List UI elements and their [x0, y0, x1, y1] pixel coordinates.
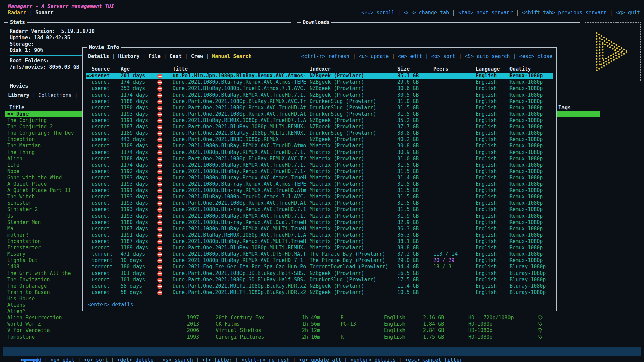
cell-title: Dune.2021.1080p.Blu-ray.Remux.AVC.Atmos-…	[173, 79, 310, 85]
movie-table-row[interactable]: 1993Cinergi Pictures2h 10mREnglish1.75 G…	[4, 334, 640, 340]
cell-language: English	[476, 168, 509, 175]
cell-size: 31.5 GB	[397, 181, 433, 187]
search-result-row[interactable]: usenet1189 daysDune.Part.One.2021.BluRay…	[86, 245, 553, 251]
search-result-row[interactable]: usenet1191 daysDune.2021.BluRay.REMUX.10…	[86, 117, 553, 124]
search-result-row[interactable]: usenet101 daysDune.Part.One.2021.1080p.3…	[86, 277, 553, 283]
cell-size: 36.3 GB	[397, 232, 433, 238]
search-result-row[interactable]: torrent471 daysDune.2021.1080p.BluRay.RE…	[86, 251, 553, 257]
cell-source: usenet	[92, 219, 121, 226]
search-result-row[interactable]: usenet1187 daysDune.2021.1080p.BluRay.RE…	[86, 226, 553, 232]
tab-history[interactable]: History	[118, 53, 139, 59]
search-result-row[interactable]: usenet1188 daysDune.Part.One.2021.1080p.…	[86, 98, 553, 105]
cell-studio: GK Films	[216, 321, 240, 327]
modal-footer-rule	[83, 299, 556, 299]
tab-file[interactable]: File	[149, 53, 161, 59]
search-result-row[interactable]: usenet1189 daysDune.Part.One.2021.BluRay…	[86, 130, 553, 136]
rejected-icon	[157, 169, 162, 174]
search-result-row[interactable]: usenet174 daysDune.2021.1080p.Blu-ray.Re…	[86, 79, 553, 85]
cell-indexer: The Pirate Bay (Prowlarr)	[310, 257, 397, 264]
tab-cast[interactable]: Cast	[170, 53, 182, 59]
cell-indexer: Miatrix (Prowlarr)	[310, 181, 397, 187]
modal-tabs-rule	[83, 62, 556, 62]
rejected-icon	[157, 252, 162, 257]
keybind-hint: <o> sort	[431, 53, 455, 59]
cell-reject	[157, 289, 173, 296]
search-result-row[interactable]: usenet1174 daysDune.2021.1080p.BluRay.RE…	[86, 149, 553, 156]
search-result-row[interactable]: usenet1193 daysDune.2021.1080p.BluRay.RE…	[86, 213, 553, 219]
tab-details[interactable]: Details	[88, 53, 109, 59]
search-result-row[interactable]: usenet1192 daysDune.2021.1080p.BluRay.Re…	[86, 168, 553, 175]
cell-age: 1193 days	[121, 200, 157, 206]
search-result-row[interactable]: usenet58 daysDune.Part.One.2021.MULTi.10…	[86, 289, 553, 296]
search-result-row[interactable]: usenet1190 daysDune.Part.One.2021.1080p.…	[86, 105, 553, 111]
cell-language: English	[476, 277, 509, 283]
separator: |	[41, 357, 50, 362]
movie-table-row[interactable]: 199720th Century Fox1h 49mREnglish2.16 G…	[4, 315, 640, 321]
cell-language: English	[476, 187, 509, 194]
keybind-hint: <o> sort	[84, 357, 108, 362]
tab-radarr[interactable]: Radarr	[8, 10, 26, 16]
search-result-row[interactable]: usenet1187 daysDune.Part.One.2021.BluRay…	[86, 124, 553, 130]
results-header: SourceAgeTitleIndexerSizePeersLanguageQu…	[86, 66, 553, 72]
search-result-row[interactable]: usenet1180 daysDune.2021.1080p.Blu-ray.R…	[86, 219, 553, 226]
search-result-row[interactable]: usenet101 daysDune.Part.One.2021.1080p.3…	[86, 270, 553, 277]
cell-size: 31.5 GB	[397, 206, 433, 213]
search-result-row[interactable]: torrent10 daysDune 2021 1080p BluRay REM…	[86, 257, 553, 264]
cell-indexer: Miatrix (Prowlarr)	[310, 143, 397, 149]
cell-source: usenet	[92, 175, 121, 181]
movie-info-modal: Movie Info Details | History | File | Ca…	[82, 47, 557, 311]
column-language: Language	[476, 66, 509, 72]
search-result-row[interactable]: =>usenet201 daysun.Pol.Hin.Jpn.1080p.Blu…	[86, 73, 553, 79]
movie-table-row[interactable]: 2013GK Films1h 56mPG-13English1.84 GBHD-…	[4, 321, 640, 327]
tab-crew[interactable]: Crew	[191, 53, 203, 59]
cell-age: 1193 days	[121, 181, 157, 187]
logo-panel	[585, 22, 641, 81]
cell-quality: Remux-1080p	[509, 136, 553, 143]
cell-reject	[157, 283, 173, 289]
search-result-row[interactable]: usenet1193 daysDune.Part.One.2021.1080p.…	[86, 200, 553, 206]
search-result-row[interactable]: usenet1174 daysDune.2021.1080p.BluRay.RE…	[86, 92, 553, 98]
title-rule	[119, 7, 640, 7]
cell-title: Dune.2021.1080p.BluRay.REMUX.AVC.MULTi.T…	[173, 226, 310, 232]
cell-runtime: 2h 10m	[302, 334, 320, 340]
search-result-row[interactable]: usenet443 daysDune.Part.One.2021.BD3D.10…	[86, 136, 553, 143]
cell-language: English	[384, 321, 405, 327]
search-result-row[interactable]: usenet1191 daysDune.2021.1080p.Blu-ray.R…	[86, 187, 553, 194]
cell-size: 38.8 GB	[397, 245, 433, 251]
cell-title: Dune.Part.One.2021.1080p.3D.BluRay.Half-…	[173, 270, 310, 277]
movie-table-row[interactable]: 2006Virtual Studios2h 12mEnglish2.84 GBH…	[4, 327, 640, 334]
column-size: Size	[397, 66, 433, 72]
tab-manual-search[interactable]: Manual Search	[212, 53, 251, 59]
cell-title: Dune 2021 1080p BluRay REMUX AVC TrueHD …	[173, 257, 310, 264]
search-result-row[interactable]: usenet1191 daysDune.2021.BluRay.REMUX.10…	[86, 232, 553, 238]
search-result-row[interactable]: usenet1193 daysDune.2021.BluRay.1080p.Tr…	[86, 194, 553, 200]
search-result-row[interactable]: usenet1193 daysDune.2021.1080p.Blu-ray.R…	[86, 206, 553, 213]
cell-source: torrent	[92, 251, 121, 257]
search-result-row[interactable]: usenet1187 daysDune.2021.1080p.BluRay.Re…	[86, 238, 553, 245]
search-result-row[interactable]: usenet1174 daysDune.2021.1080p.BluRay.RE…	[86, 162, 553, 168]
separator: |	[396, 357, 405, 362]
rejected-icon	[157, 220, 162, 225]
search-result-row[interactable]: usenet353 daysDune.2021.BluRay.1080p.Tru…	[86, 85, 553, 92]
cell-reject	[157, 117, 173, 124]
separator: |	[290, 357, 299, 362]
search-result-row[interactable]: usenet1193 daysDune.Part.One.2021.1080p.…	[86, 111, 553, 117]
tab-sonarr[interactable]: Sonarr	[35, 10, 53, 16]
cell-age: 1188 days	[121, 98, 157, 105]
cell-language: English	[476, 200, 509, 206]
search-result-row[interactable]: usenet1193 daysDune.2021.1080p.Bluray.Re…	[86, 175, 553, 181]
rejected-icon	[157, 265, 162, 270]
cell-language: English	[476, 111, 509, 117]
cell-title: Dune.2021.1080p.BluRay.REMUX.AVC.DTS-HD.…	[173, 251, 310, 257]
search-result-row[interactable]: usenet1193 daysDune.2021.1080p.Blu-ray.R…	[86, 181, 553, 187]
search-result-row[interactable]: usenet1109 daysDune.2021.1080p.BluRay.RE…	[86, 143, 553, 149]
cell-language: English	[476, 206, 509, 213]
selection-arrow: =>	[86, 73, 92, 79]
cell-peers	[433, 156, 476, 162]
search-result-row[interactable]: torrent180 daysDune-2021-Eng-Fre-Ger-Ita…	[86, 264, 553, 270]
search-result-row[interactable]: usenet1188 daysDune.Part.One.2021.1080p.…	[86, 156, 553, 162]
cell-indexer: Miatrix (Prowlarr)	[310, 156, 397, 162]
search-result-row[interactable]: usenet58 daysDune.Part.One.2021.MULTi.10…	[86, 283, 553, 289]
separator: |	[232, 357, 241, 362]
cell-peers	[433, 181, 476, 187]
